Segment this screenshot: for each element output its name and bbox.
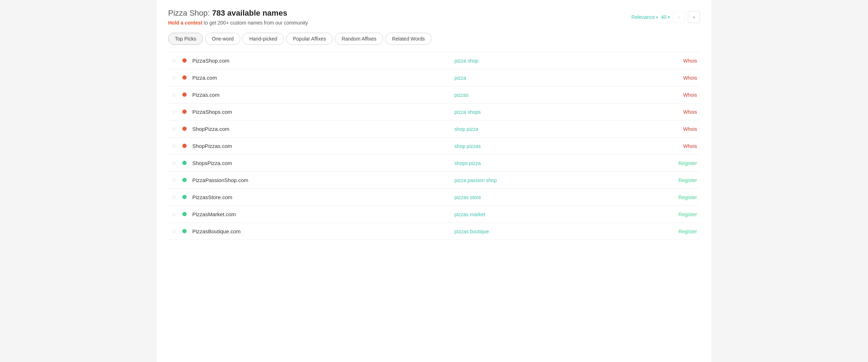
favorite-star-icon[interactable]: ☆	[171, 160, 176, 166]
domain-name: Pizzas.com	[189, 86, 452, 103]
tab-hand-picked[interactable]: Hand-picked	[242, 33, 284, 45]
status-dot	[182, 229, 187, 233]
domain-name: PizzaShops.com	[189, 103, 452, 121]
table-row: ☆ PizzaShops.com pizza shops Whois	[168, 103, 700, 121]
table-row: ☆ ShopPizzas.com shop pizzas Whois	[168, 138, 700, 155]
favorite-star-icon[interactable]: ☆	[171, 109, 176, 115]
tag-link[interactable]: pizzas boutique	[455, 229, 489, 234]
contest-link[interactable]: Hold a contest	[168, 20, 202, 26]
domain-name: PizzaPassionShop.com	[189, 172, 452, 189]
tag-cell: shop pizza	[452, 121, 664, 138]
whois-action[interactable]: Whois	[683, 126, 697, 132]
table-row: ☆ PizzasStore.com pizzas store Register	[168, 189, 700, 206]
action-cell: Whois	[664, 86, 700, 103]
status-dot	[182, 195, 187, 199]
favorite-star-icon[interactable]: ☆	[171, 126, 176, 132]
status-dot-cell	[180, 138, 189, 155]
status-dot-cell	[180, 155, 189, 172]
prev-page-button[interactable]: ‹	[673, 11, 685, 23]
register-action[interactable]: Register	[679, 160, 697, 166]
tag-link[interactable]: pizza shop	[455, 58, 478, 64]
domain-name: PizzasBoutique.com	[189, 223, 452, 240]
tag-cell: pizzas boutique	[452, 223, 664, 240]
register-action[interactable]: Register	[679, 212, 697, 217]
table-row: ☆ PizzaShop.com pizza shop Whois	[168, 52, 700, 69]
count-selector[interactable]: 40 ▾	[661, 14, 670, 20]
whois-action[interactable]: Whois	[683, 92, 697, 98]
status-dot-cell	[180, 206, 189, 223]
tag-link[interactable]: pizza shops	[455, 109, 481, 115]
action-cell: Whois	[664, 138, 700, 155]
status-dot-cell	[180, 86, 189, 103]
tag-link[interactable]: pizza passion shop	[455, 177, 497, 183]
status-dot-cell	[180, 121, 189, 138]
domain-name: ShopsPizza.com	[189, 155, 452, 172]
tab-related-words[interactable]: Related Words	[385, 33, 432, 45]
action-cell: Register	[664, 206, 700, 223]
domain-name: PizzasStore.com	[189, 189, 452, 206]
register-action[interactable]: Register	[679, 195, 697, 200]
action-cell: Register	[664, 189, 700, 206]
status-dot	[182, 178, 187, 182]
domain-name: PizzaShop.com	[189, 52, 452, 69]
tab-one-word[interactable]: One-word	[205, 33, 240, 45]
tabs-row: Top PicksOne-wordHand-pickedPopular Affi…	[168, 33, 700, 45]
whois-action[interactable]: Whois	[683, 75, 697, 81]
status-dot	[182, 110, 187, 114]
star-cell: ☆	[168, 69, 180, 86]
action-cell: Register	[664, 155, 700, 172]
tag-cell: shop pizzas	[452, 138, 664, 155]
star-cell: ☆	[168, 121, 180, 138]
prev-icon: ‹	[678, 14, 680, 20]
status-dot	[182, 127, 187, 131]
whois-action[interactable]: Whois	[683, 58, 697, 64]
status-dot	[182, 144, 187, 148]
action-cell: Register	[664, 223, 700, 240]
tag-link[interactable]: pizzas market	[455, 212, 485, 217]
whois-action[interactable]: Whois	[683, 143, 697, 149]
favorite-star-icon[interactable]: ☆	[171, 75, 176, 81]
tag-link[interactable]: pizzas store	[455, 195, 481, 200]
favorite-star-icon[interactable]: ☆	[171, 143, 176, 149]
table-row: ☆ Pizzas.com pizzas Whois	[168, 86, 700, 103]
table-row: ☆ PizzasMarket.com pizzas market Registe…	[168, 206, 700, 223]
status-dot-cell	[180, 189, 189, 206]
star-cell: ☆	[168, 172, 180, 189]
register-action[interactable]: Register	[679, 229, 697, 234]
favorite-star-icon[interactable]: ☆	[171, 58, 176, 64]
next-icon: ›	[693, 14, 695, 20]
tag-cell: pizza	[452, 69, 664, 86]
sort-selector[interactable]: Relevance ▾	[631, 14, 658, 20]
favorite-star-icon[interactable]: ☆	[171, 194, 176, 200]
tag-link[interactable]: pizza	[455, 75, 466, 81]
tag-link[interactable]: pizzas	[455, 92, 469, 98]
register-action[interactable]: Register	[679, 177, 697, 183]
favorite-star-icon[interactable]: ☆	[171, 228, 176, 234]
favorite-star-icon[interactable]: ☆	[171, 92, 176, 98]
whois-action[interactable]: Whois	[683, 109, 697, 115]
status-dot-cell	[180, 69, 189, 86]
action-cell: Whois	[664, 69, 700, 86]
next-page-button[interactable]: ›	[688, 11, 700, 23]
favorite-star-icon[interactable]: ☆	[171, 211, 176, 217]
table-row: ☆ PizzasBoutique.com pizzas boutique Reg…	[168, 223, 700, 240]
star-cell: ☆	[168, 189, 180, 206]
star-cell: ☆	[168, 223, 180, 240]
tag-link[interactable]: shops pizza	[455, 160, 481, 166]
tab-top-picks[interactable]: Top Picks	[168, 33, 203, 45]
star-cell: ☆	[168, 206, 180, 223]
contest-line: Hold a contest to get 200+ custom names …	[168, 20, 308, 26]
tag-cell: pizza shops	[452, 103, 664, 121]
count-chevron-icon: ▾	[668, 15, 670, 20]
tab-popular-affixes[interactable]: Popular Affixes	[286, 33, 333, 45]
tag-cell: pizzas market	[452, 206, 664, 223]
status-dot-cell	[180, 172, 189, 189]
star-cell: ☆	[168, 103, 180, 121]
status-dot	[182, 92, 187, 97]
tag-cell: shops pizza	[452, 155, 664, 172]
action-cell: Whois	[664, 103, 700, 121]
tag-link[interactable]: shop pizza	[455, 126, 478, 132]
tag-link[interactable]: shop pizzas	[455, 143, 481, 149]
tab-random-affixes[interactable]: Random Affixes	[335, 33, 383, 45]
favorite-star-icon[interactable]: ☆	[171, 177, 176, 183]
